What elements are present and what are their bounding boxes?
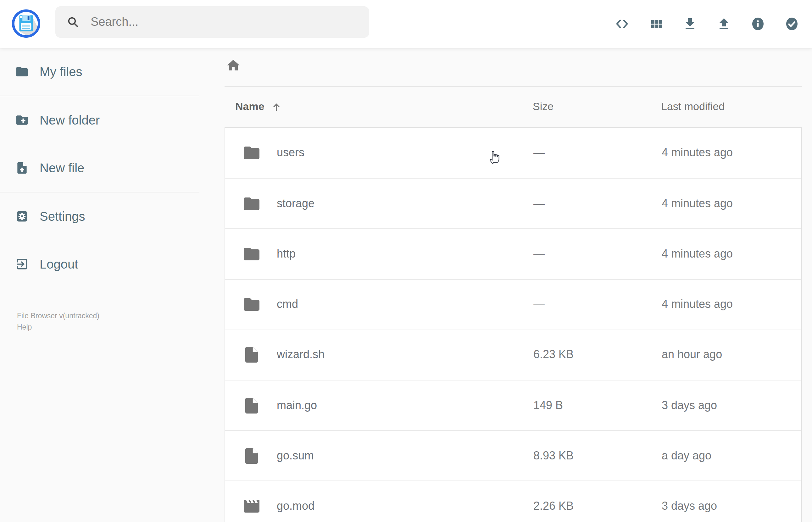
sort-by-modified-header[interactable]: Last modified [661,98,725,116]
file-modified: 4 minutes ago [662,247,733,261]
file-row[interactable]: wizard.sh 6.23 KB an hour ago [225,329,801,380]
file-icon [242,346,261,364]
code-icon [614,16,630,32]
info-icon [750,16,766,32]
download-icon [683,16,697,32]
file-name: storage [277,197,314,210]
sidebar-item-new-folder[interactable]: New folder [0,96,199,144]
file-size: — [533,146,545,159]
download-button[interactable] [677,10,703,38]
file-size: 2.26 KB [533,500,574,513]
sidebar-item-my-files[interactable]: My files [0,48,199,96]
file-name: go.sum [277,449,314,462]
file-size: 8.93 KB [533,449,574,462]
folder-icon [15,65,29,79]
breadcrumb-home-button[interactable] [226,58,241,73]
arrow-up-icon [271,101,283,113]
file-size: — [533,298,545,311]
folder-icon [242,245,261,263]
sidebar: My files New folder New file [0,48,199,522]
file-name: users [277,146,304,159]
file-modified: 4 minutes ago [662,197,733,210]
settings-icon [15,209,29,223]
search-bar [55,6,369,38]
folder-icon [242,295,261,314]
top-bar [0,0,812,48]
sidebar-item-logout[interactable]: Logout [0,240,199,288]
sort-by-name-header[interactable]: Name [235,98,283,116]
search-icon [67,16,79,28]
name-column-label: Name [235,101,264,113]
folder-icon [242,194,261,213]
info-button[interactable] [745,10,771,38]
raw-code-button[interactable] [609,10,635,38]
file-size: — [533,197,545,210]
file-list: users — 4 minutes ago storage — 4 minute… [225,127,802,522]
file-name: http [277,247,296,261]
file-row[interactable]: users — 4 minutes ago [225,128,801,178]
upload-icon [716,16,731,32]
select-multiple-button[interactable] [779,10,805,38]
sidebar-item-label: Settings [40,209,85,224]
file-name: go.mod [277,500,314,513]
app-version-text: File Browser v(untracked) [17,311,99,322]
floppy-disk-logo-icon [11,9,41,38]
help-link[interactable]: Help [17,322,99,333]
file-size: 149 B [533,399,563,412]
sidebar-item-label: New folder [40,113,100,127]
file-row[interactable]: go.mod 2.26 KB 3 days ago [225,481,801,522]
movie-icon [242,497,261,516]
file-modified: 4 minutes ago [662,298,733,311]
file-browser-logo[interactable] [11,9,41,38]
file-icon [242,446,261,465]
file-name: cmd [277,298,298,311]
logout-icon [15,257,29,271]
file-modified: 4 minutes ago [662,146,733,159]
breadcrumb-divider [225,86,802,87]
search-input[interactable] [89,15,359,29]
home-icon [226,58,241,73]
file-size: 6.23 KB [533,348,574,362]
sidebar-item-settings[interactable]: Settings [0,193,199,240]
listing-header: Name Size Last modified [225,98,802,116]
file-row[interactable]: go.sum 8.93 KB a day ago [225,430,801,481]
sidebar-item-label: New file [40,161,84,175]
file-row[interactable]: cmd — 4 minutes ago [225,279,801,329]
file-modified: 3 days ago [662,399,717,412]
file-icon [242,396,261,415]
folder-icon [242,143,261,162]
check-circle-icon [784,16,799,32]
sidebar-footer: File Browser v(untracked) Help [17,311,99,333]
toolbar-actions [609,10,805,38]
sidebar-item-label: Logout [40,257,78,272]
file-size: — [533,247,545,261]
sidebar-item-label: My files [40,64,82,79]
new-file-icon [15,161,29,175]
file-modified: a day ago [662,449,711,462]
file-row[interactable]: main.go 149 B 3 days ago [225,380,801,430]
file-name: wizard.sh [277,348,325,362]
upload-button[interactable] [711,10,736,38]
file-row[interactable]: storage — 4 minutes ago [225,178,801,228]
switch-view-button[interactable] [644,10,669,38]
grid-view-icon [649,17,663,31]
new-folder-icon [15,113,29,127]
sidebar-item-new-file[interactable]: New file [0,144,199,192]
file-name: main.go [277,399,317,412]
file-browser-app: My files New folder New file [0,0,812,522]
file-row[interactable]: http — 4 minutes ago [225,228,801,279]
file-modified: an hour ago [662,348,722,362]
sort-by-size-header[interactable]: Size [533,98,553,116]
file-modified: 3 days ago [662,500,717,513]
